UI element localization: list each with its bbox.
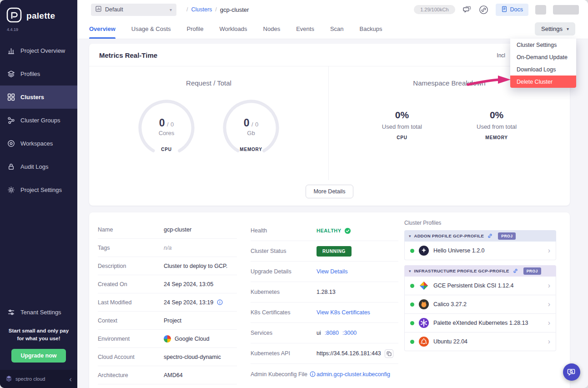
sidebar-item-profiles[interactable]: Profiles <box>0 62 77 86</box>
healthy-check-icon <box>344 227 351 234</box>
menu-item-download-logs[interactable]: Download Logs <box>510 63 576 76</box>
app-version: 4.4.19 <box>0 25 77 32</box>
sidebar-item-tenant-settings[interactable]: Tenant Settings <box>0 303 77 322</box>
cpu-gauge-unit: Cores <box>135 130 198 136</box>
tab-overview[interactable]: Overview <box>89 19 116 39</box>
upgrade-now-button[interactable]: Upgrade now <box>11 349 65 363</box>
chevron-down-icon: ▾ <box>409 234 411 238</box>
detail-value: n/a <box>164 245 171 251</box>
admin-kubeconfig-link[interactable]: admin.gcp-cluster.kubeconfig <box>317 371 390 378</box>
metrics-include-label: Incl <box>497 52 505 59</box>
top-bar: Default ▾ / Clusters / gcp-cluster 1.29/… <box>77 0 588 19</box>
service-port-3000-link[interactable]: :3000 <box>342 330 357 336</box>
detail-row-k8s-certificates: K8s Certificates View K8s Certificates <box>251 302 398 323</box>
detail-label: Cluster Status <box>251 248 317 254</box>
sidebar-item-clusters[interactable]: Clusters <box>0 86 77 109</box>
detail-row-description: Description Cluster to deploy to GCP. <box>98 257 237 275</box>
top-bar-actions: 1.29/100kCh Docs <box>414 4 579 16</box>
detail-row-last-modified: Last Modified 24 Sep 2024, 13:19 <box>98 293 237 312</box>
user-name-skeleton <box>553 5 579 15</box>
service-port-8080-link[interactable]: :8080 <box>325 330 339 336</box>
chat-icon[interactable] <box>462 5 472 15</box>
breadcrumb-separator: / <box>186 6 188 13</box>
user-avatar-skeleton <box>535 5 546 15</box>
detail-label: Cloud Account <box>98 354 164 360</box>
sidebar-item-cluster-groups[interactable]: Cluster Groups <box>0 109 77 132</box>
detail-label: Last Modified <box>98 299 164 306</box>
google-cloud-icon <box>164 335 171 343</box>
sidebar-collapse-button[interactable]: ‹ <box>69 375 72 383</box>
view-k8s-certificates-link[interactable]: View K8s Certificates <box>317 309 370 316</box>
help-chat-button[interactable] <box>563 363 580 381</box>
detail-row-admin-kubeconfig: Admin Kubeconfig File admin.gcp-cluster.… <box>251 364 398 384</box>
request-total-section: Request / Total 0 / 0 Cores <box>89 66 329 180</box>
more-details-button[interactable]: More Details <box>306 185 353 198</box>
detail-value: gcp-cluster <box>164 227 191 233</box>
breadcrumb-clusters-link[interactable]: Clusters <box>191 6 212 13</box>
tab-usage-costs[interactable]: Usage & Costs <box>131 19 171 39</box>
pack-name: GCE Persistent Disk CSI 1.12.4 <box>433 282 513 289</box>
detail-row-environment: Environment Google Cloud <box>98 330 237 348</box>
pack-name: Palette eXtended Kubernetes 1.28.13 <box>433 320 528 326</box>
menu-item-delete-cluster[interactable]: Delete Cluster <box>510 76 576 88</box>
link-icon[interactable] <box>479 5 489 15</box>
sidebar: palette 4.4.19 Project Overview Profiles… <box>0 0 77 388</box>
sidebar-item-audit-logs[interactable]: Audit Logs <box>0 155 77 178</box>
detail-value: spectro-cloud-dynamic <box>164 354 221 360</box>
cluster-status-column: Health HEALTHY Cluster Status RUNNING Up… <box>251 221 398 384</box>
detail-value: AMD64 <box>164 372 183 378</box>
sidebar-item-project-overview[interactable]: Project Overview <box>0 39 77 62</box>
kubernetes-api-url: https://34.54.126.181:443 <box>317 350 381 357</box>
docs-button[interactable]: Docs <box>496 4 528 16</box>
memory-percent: 0% <box>477 110 517 121</box>
tab-events[interactable]: Events <box>296 19 314 39</box>
detail-label: Admin Kubeconfig File <box>251 371 307 378</box>
chevron-right-icon: › <box>548 282 550 290</box>
menu-item-cluster-settings[interactable]: Cluster Settings <box>510 39 576 51</box>
footer-brand-name: spectro cloud <box>15 376 45 382</box>
infrastructure-profile-group: ▾ INFRASTRUCTURE PROFILE GCP-PROFILE PRO… <box>404 265 556 351</box>
tab-backups[interactable]: Backups <box>360 19 382 39</box>
sidebar-item-label: Audit Logs <box>20 163 48 170</box>
detail-row-cloud-account: Cloud Account spectro-cloud-dynamic <box>98 348 237 366</box>
profile-pack-calico[interactable]: Calico 3.27.2 › <box>404 295 556 314</box>
tab-scan[interactable]: Scan <box>330 19 344 39</box>
breadcrumb-current: gcp-cluster <box>220 6 249 13</box>
profile-pack-palette-extended-kubernetes[interactable]: Palette eXtended Kubernetes 1.28.13 › <box>404 314 556 333</box>
tab-workloads[interactable]: Workloads <box>219 19 247 39</box>
pack-name: Calico 3.27.2 <box>433 301 467 307</box>
profile-pack-ubuntu[interactable]: Ubuntu 22.04 › <box>404 333 556 351</box>
detail-label: Upgrade Details <box>251 268 317 275</box>
profile-pack-hello-universe[interactable]: Hello Universe 1.2.0 › <box>404 242 556 260</box>
profile-pack-gce-disk[interactable]: GCE Persistent Disk CSI 1.12.4 › <box>404 277 556 295</box>
cluster-profiles-title: Cluster Profiles <box>404 220 556 226</box>
infrastructure-profile-label: INFRASTRUCTURE PROFILE GCP-PROFILE <box>414 268 509 273</box>
tab-profile[interactable]: Profile <box>187 19 204 39</box>
project-selector[interactable]: Default ▾ <box>91 4 176 16</box>
tenant-settings-icon <box>7 308 15 316</box>
hello-universe-icon <box>419 246 429 256</box>
pxk-icon <box>419 318 429 328</box>
gear-icon <box>7 186 15 194</box>
project-scope-badge: PROJ <box>523 267 541 275</box>
tab-nodes[interactable]: Nodes <box>263 19 281 39</box>
namespace-breakdown-title: Namespace Breakdown <box>413 79 485 87</box>
gce-disk-icon <box>419 281 429 291</box>
detail-label: Kubernetes <box>251 289 317 295</box>
cpu-gauge-label: CPU <box>135 147 198 152</box>
view-details-link[interactable]: View Details <box>317 268 348 275</box>
menu-item-on-demand-update[interactable]: On-Demand Update <box>510 51 576 63</box>
chevron-down-icon: ▾ <box>567 26 569 31</box>
chevron-right-icon: › <box>548 247 550 255</box>
detail-value: 1.28.13 <box>317 289 336 295</box>
settings-button[interactable]: Settings ▾ <box>535 22 575 35</box>
chevron-right-icon: › <box>548 300 550 308</box>
sidebar-item-project-settings[interactable]: Project Settings <box>0 178 77 202</box>
workspaces-icon <box>7 140 15 147</box>
copy-icon[interactable] <box>385 349 393 358</box>
sidebar-item-workspaces[interactable]: Workspaces <box>0 132 77 155</box>
addon-profile-header[interactable]: ▾ ADDON PROFILE GCP-PROFILE PROJ <box>404 230 556 242</box>
infrastructure-profile-header[interactable]: ▾ INFRASTRUCTURE PROFILE GCP-PROFILE PRO… <box>404 265 556 277</box>
layers-icon <box>7 70 15 78</box>
memory-gauge-label: MEMORY <box>219 147 283 152</box>
